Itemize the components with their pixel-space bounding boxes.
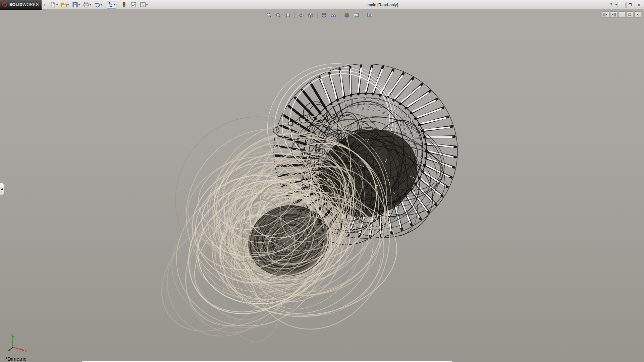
selection-filter-icon [121,2,127,8]
titlebar: SOLIDWORKS ▸ ▾ ▾ ▾ ▾ ▾ [0,0,644,10]
undo-button[interactable]: ▾ [93,1,103,9]
headsup-separator [317,12,318,18]
print-icon [83,2,89,8]
window-controls: ? ▾ – ❐ ✕ [608,0,643,10]
help-button[interactable]: ? [608,2,614,8]
undo-icon [94,2,100,8]
edit-appearance-button[interactable] [343,11,351,19]
pane-left-button[interactable] [602,11,609,18]
featuremanager-collapsed-tab[interactable]: ◀ [0,183,4,195]
view-orientation-icon [308,12,314,18]
headsup-separator [363,12,363,18]
headsup-toolbar [265,11,374,19]
dropdown-arrow[interactable]: ▾ [56,3,58,6]
select-button[interactable]: ▾ [107,1,116,9]
toolbar-separator [118,2,118,8]
new-document-button[interactable]: ▾ [49,1,59,9]
clipboard-icon [130,2,137,8]
headsup-separator [294,12,295,18]
section-view-button[interactable] [298,11,305,19]
brand-text: SOLIDWORKS [9,2,39,7]
status-bar-fragment [82,361,452,362]
doc-close-button[interactable]: ✕ [634,11,641,18]
select-cursor-icon [108,2,114,8]
window-title: main [Read-only] [347,0,418,10]
display-style-icon [321,12,327,18]
triad-x-label: X [25,349,27,353]
previous-view-icon [285,12,291,18]
view-settings-button[interactable] [366,11,374,19]
print-button[interactable]: ▾ [82,1,92,9]
previous-view-button[interactable] [284,11,292,19]
doc-restore-button[interactable]: ❐ [626,11,633,18]
zoom-to-area-icon [276,12,281,18]
solidworks-logo: SOLIDWORKS [0,0,42,10]
dropdown-arrow[interactable]: ▾ [90,3,91,6]
hide-show-items-button[interactable] [330,11,337,19]
triad-y-label: Y [10,333,12,337]
new-document-icon [50,2,56,8]
view-orientation-button[interactable] [307,11,315,19]
doc-minimize-button[interactable]: – [618,11,625,18]
reference-triad: Y X [7,332,28,353]
section-view-icon [299,12,304,18]
save-icon [72,2,78,8]
dropdown-arrow[interactable]: ▾ [78,3,80,6]
view-settings-icon [367,12,373,18]
options-button[interactable]: ▾ [139,1,149,9]
ds-logo-icon [2,2,8,8]
open-button[interactable]: ▾ [60,1,70,9]
clipboard-properties-button[interactable] [129,1,138,9]
zoom-to-fit-icon [266,12,272,18]
brand-bold: SOLID [9,2,22,7]
options-icon [140,2,146,8]
save-button[interactable]: ▾ [71,1,81,9]
maximize-button[interactable]: ❐ [626,2,634,8]
view-orientation-label: *Dimetric [5,356,26,362]
display-style-button[interactable] [320,11,328,19]
help-dropdown-arrow[interactable]: ▾ [615,3,617,6]
apply-scene-button[interactable] [353,11,360,19]
pane-left-icon [603,12,608,17]
appearance-sphere-icon [344,12,350,18]
toolbar-separator [105,2,105,8]
close-button[interactable]: ✕ [635,2,643,8]
viewport-canvas[interactable]: – ❐ ✕ ◀ Y X *Dimetric [0,10,644,362]
headsup-separator [340,12,340,18]
brand-light: WORKS [22,2,39,7]
turbine-engine-wireframe [0,10,644,362]
minimize-button[interactable]: – [618,2,626,8]
zoom-to-fit-button[interactable] [265,11,273,19]
dropdown-arrow[interactable]: ▾ [146,3,148,6]
pane-right-icon [611,12,616,17]
menu-expander-chevron[interactable]: ▸ [42,1,47,8]
pane-right-button[interactable] [610,11,617,18]
document-window-controls: – ❐ ✕ [602,11,641,18]
open-icon [61,2,67,8]
glasses-icon [331,12,336,18]
selection-filter-button[interactable] [120,1,128,9]
scene-icon [354,12,359,18]
dropdown-arrow[interactable]: ▾ [101,3,102,6]
dropdown-arrow[interactable]: ▾ [114,3,115,6]
zoom-to-area-button[interactable] [275,11,282,19]
dropdown-arrow[interactable]: ▾ [67,3,69,6]
